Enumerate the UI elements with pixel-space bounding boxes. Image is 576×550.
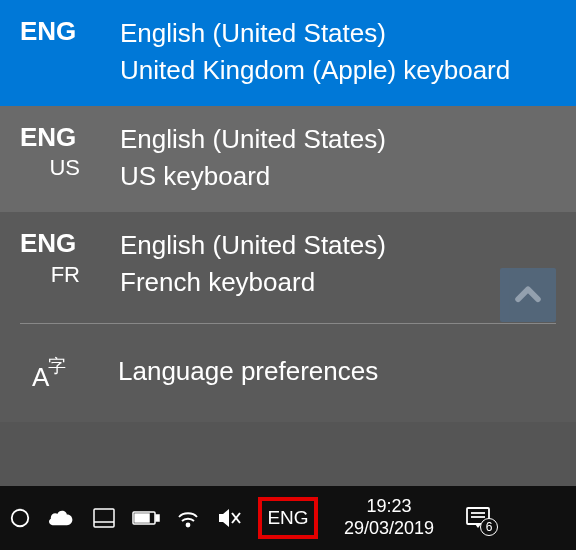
language-code: ENG bbox=[20, 16, 76, 47]
language-subcode: FR bbox=[51, 262, 120, 288]
keyboard-name: French keyboard bbox=[120, 265, 556, 300]
keyboard-name: United Kingdom (Apple) keyboard bbox=[120, 53, 556, 88]
language-code-col: ENG bbox=[20, 16, 120, 47]
language-switcher-popup: ENG English (United States) United Kingd… bbox=[0, 0, 576, 422]
keyboard-name: US keyboard bbox=[120, 159, 556, 194]
language-preferences-label: Language preferences bbox=[118, 356, 378, 387]
language-code-col: ENG FR bbox=[20, 228, 120, 287]
svg-rect-7 bbox=[135, 514, 149, 522]
language-label-col: English (United States) French keyboard bbox=[120, 228, 556, 300]
svg-point-8 bbox=[187, 524, 190, 527]
svg-rect-6 bbox=[156, 515, 159, 521]
cortana-icon[interactable] bbox=[4, 502, 36, 534]
language-code-col: ENG US bbox=[20, 122, 120, 181]
language-preferences-link[interactable]: A 字 Language preferences bbox=[0, 324, 576, 422]
language-indicator-label: ENG bbox=[267, 507, 308, 529]
language-name: English (United States) bbox=[120, 16, 556, 51]
language-subcode: US bbox=[49, 155, 120, 181]
svg-text:字: 字 bbox=[48, 356, 66, 376]
svg-point-2 bbox=[12, 510, 29, 527]
svg-rect-3 bbox=[94, 509, 114, 527]
language-code: ENG bbox=[20, 228, 76, 259]
taskbar: ENG 19:23 29/03/2019 6 bbox=[0, 486, 576, 550]
clock[interactable]: 19:23 29/03/2019 bbox=[334, 496, 444, 539]
language-name: English (United States) bbox=[120, 122, 556, 157]
notification-badge: 6 bbox=[480, 518, 498, 536]
battery-icon[interactable] bbox=[130, 502, 162, 534]
language-name: English (United States) bbox=[120, 228, 556, 263]
language-indicator[interactable]: ENG bbox=[258, 497, 318, 539]
touchpad-icon[interactable] bbox=[88, 502, 120, 534]
language-code: ENG bbox=[20, 122, 76, 153]
language-prefs-icon: A 字 bbox=[20, 352, 80, 392]
wifi-icon[interactable] bbox=[172, 502, 204, 534]
language-item-2[interactable]: ENG FR English (United States) French ke… bbox=[0, 212, 576, 318]
chevron-up-icon[interactable] bbox=[500, 268, 556, 322]
action-center-icon[interactable]: 6 bbox=[458, 498, 498, 538]
language-item-0[interactable]: ENG English (United States) United Kingd… bbox=[0, 0, 576, 106]
language-item-1[interactable]: ENG US English (United States) US keyboa… bbox=[0, 106, 576, 212]
language-label-col: English (United States) US keyboard bbox=[120, 122, 556, 194]
clock-date: 29/03/2019 bbox=[344, 518, 434, 540]
clock-time: 19:23 bbox=[366, 496, 411, 518]
language-label-col: English (United States) United Kingdom (… bbox=[120, 16, 556, 88]
volume-muted-icon[interactable] bbox=[214, 502, 246, 534]
onedrive-icon[interactable] bbox=[46, 502, 78, 534]
notification-count: 6 bbox=[486, 520, 493, 534]
